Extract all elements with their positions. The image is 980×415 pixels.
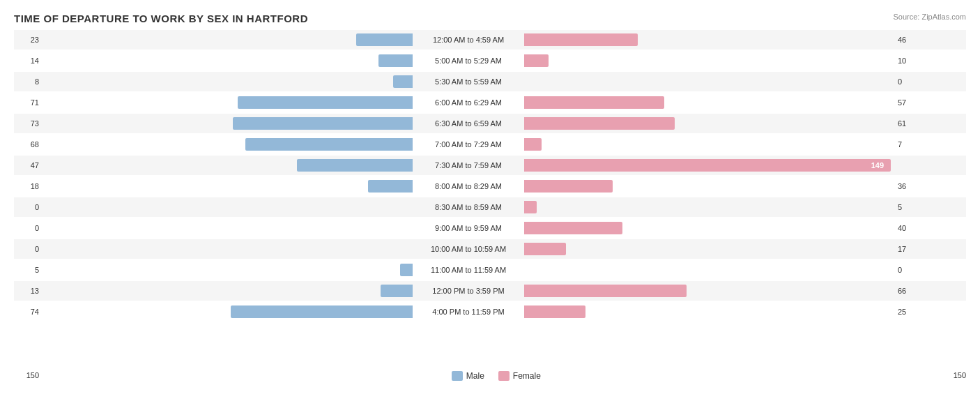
axis-left-value: 150 [14,371,43,379]
female-bar [524,222,622,234]
male-value: 47 [14,161,43,169]
female-bar [524,285,687,297]
male-bar [245,138,413,151]
male-bar [381,285,413,297]
female-value: 25 [894,308,923,316]
female-bar-container [524,242,894,256]
male-bar-container [43,158,413,172]
female-value: 0 [894,77,923,86]
female-bar [524,201,537,213]
female-bar-container: 149 [524,158,894,172]
bar-row: 2312:00 AM to 4:59 AM46 [14,30,966,50]
male-bar-container [43,221,413,235]
bar-row: 08:30 AM to 8:59 AM5 [14,197,966,217]
time-label: 12:00 PM to 3:59 PM [413,287,524,295]
female-value: 40 [894,224,923,232]
bar-row: 477:30 AM to 7:59 AM149 [14,156,966,175]
male-value: 18 [14,182,43,190]
female-bar-container [524,284,894,298]
male-value: 0 [14,224,43,232]
bar-row: 188:00 AM to 8:29 AM36 [14,176,966,196]
female-bar-container [524,200,894,214]
female-value: 5 [894,203,923,211]
male-value: 23 [14,36,43,44]
bar-row: 511:00 AM to 11:59 AM0 [14,260,966,280]
male-bar [393,75,413,88]
male-bar-container [43,116,413,130]
male-bar-container [43,96,413,110]
chart-container: TIME OF DEPARTURE TO WORK BY SEX IN HART… [0,0,980,415]
bar-row: 145:00 AM to 5:29 AM10 [14,51,966,70]
chart-title: TIME OF DEPARTURE TO WORK BY SEX IN HART… [14,13,966,24]
female-bar [524,305,585,318]
male-bar [238,96,413,109]
time-label: 11:00 AM to 11:59 AM [413,266,524,274]
bar-row: 09:00 AM to 9:59 AM40 [14,218,966,238]
male-bar [368,180,413,193]
male-value: 13 [14,287,43,295]
male-bar [378,54,413,67]
female-bar [524,54,549,67]
time-label: 6:00 AM to 6:29 AM [413,98,524,107]
time-label: 9:00 AM to 9:59 AM [413,224,524,232]
female-value: 66 [894,287,923,295]
time-label: 8:00 AM to 8:29 AM [413,182,524,190]
legend-male: Male [452,371,484,381]
male-bar-container [43,137,413,151]
male-value: 73 [14,119,43,128]
time-label: 6:30 AM to 6:59 AM [413,119,524,128]
bar-row: 1312:00 PM to 3:59 PM66 [14,281,966,301]
female-bar-container [524,54,894,68]
female-value: 0 [894,266,923,274]
male-bar-container [43,75,413,89]
male-value: 0 [14,203,43,211]
male-bar-container [43,263,413,277]
male-bar-container [43,305,413,319]
bar-row: 010:00 AM to 10:59 AM17 [14,239,966,259]
female-bar [524,243,566,255]
male-value: 68 [14,140,43,149]
legend-female: Female [498,371,541,381]
time-label: 5:00 AM to 5:29 AM [413,56,524,65]
legend: Male Female [43,371,949,381]
chart-area: 2312:00 AM to 4:59 AM46145:00 AM to 5:29… [14,30,966,363]
bar-row: 85:30 AM to 5:59 AM0 [14,72,966,91]
female-bar-container [524,179,894,193]
time-label: 8:30 AM to 8:59 AM [413,203,524,211]
male-bar-container [43,33,413,47]
bottom-axis: 150 Male Female 150 [14,365,966,385]
bar-row: 687:00 AM to 7:29 AM7 [14,135,966,154]
male-value: 0 [14,245,43,253]
time-label: 7:30 AM to 7:59 AM [413,161,524,169]
male-bar [356,33,413,46]
male-bar [297,159,413,172]
bar-row: 716:00 AM to 6:29 AM57 [14,93,966,112]
legend-male-label: Male [466,371,484,381]
female-value: 61 [894,119,923,128]
source-text: Source: ZipAtlas.com [893,13,966,21]
female-value: 36 [894,182,923,190]
male-bar-container [43,242,413,256]
female-bar [524,180,613,193]
male-bar [400,264,413,276]
female-value: 46 [894,36,923,44]
male-value: 71 [14,98,43,107]
time-label: 10:00 AM to 10:59 AM [413,245,524,253]
legend-female-box [498,371,510,381]
male-bar [233,117,413,130]
bar-row: 744:00 PM to 11:59 PM25 [14,302,966,322]
female-bar-container [524,33,894,47]
axis-right-value: 150 [949,371,966,379]
female-bar-container [524,305,894,319]
female-bar-container [524,96,894,110]
legend-male-box [452,371,463,381]
male-value: 14 [14,56,43,65]
legend-female-label: Female [513,371,541,381]
time-label: 7:00 AM to 7:29 AM [413,140,524,149]
time-label: 12:00 AM to 4:59 AM [413,36,524,44]
female-bar-container [524,116,894,130]
female-bar [524,138,542,151]
male-bar-container [43,200,413,214]
male-bar-container [43,54,413,68]
female-bar [524,117,675,130]
